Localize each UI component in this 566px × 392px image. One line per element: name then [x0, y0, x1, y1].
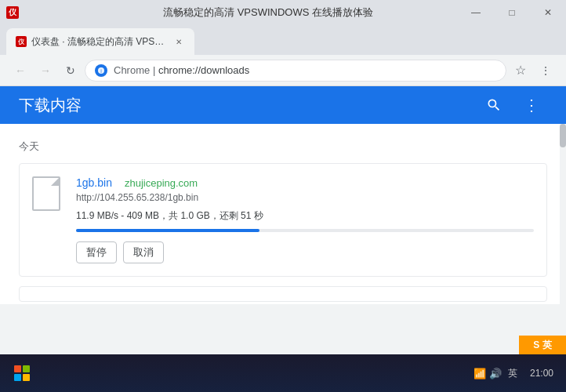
tab-bar: 仪 仪表盘 · 流畅稳定的高清 VPSWINDOW... ✕ — [0, 25, 566, 55]
refresh-button[interactable]: ↻ — [60, 60, 82, 82]
progress-bar-container — [76, 229, 534, 232]
more-options-button[interactable]: ⋮ — [516, 89, 547, 121]
progress-bar-fill — [76, 229, 259, 232]
download-source: zhujiceping.com — [125, 177, 198, 189]
taskbar-time: 21:00 — [524, 365, 560, 382]
title-bar: 仪 流畅稳定的高清 VPSWINDOWS 在线播放体验 — □ ✕ — [0, 0, 566, 25]
cancel-button[interactable]: 取消 — [123, 241, 164, 263]
back-button[interactable]: ← — [9, 60, 31, 82]
search-button[interactable] — [478, 89, 510, 121]
download-actions: 暂停 取消 — [76, 241, 534, 263]
language-indicator[interactable]: 英 — [505, 365, 521, 382]
nav-bar: ← → ↻ i Chrome | chrome://downloads ☆ ⋮ — [0, 55, 566, 86]
minimize-button[interactable]: — — [458, 0, 494, 25]
network-icon[interactable]: 📶 — [473, 368, 486, 379]
browser-favicon: 仪 — [6, 6, 19, 19]
scrollbar[interactable] — [560, 124, 566, 304]
scroll-thumb[interactable] — [560, 124, 566, 147]
header-actions: ⋮ — [478, 89, 547, 121]
search-icon — [486, 97, 502, 113]
start-button[interactable] — [6, 358, 38, 389]
taskbar: 📶 🔊 英 21:00 — [0, 354, 566, 392]
tab-favicon: 仪 — [16, 36, 27, 47]
section-label: 今天 — [19, 140, 547, 154]
forward-button[interactable]: → — [34, 60, 56, 82]
taskbar-tray: 📶 🔊 英 21:00 — [473, 354, 560, 392]
chrome-menu-button[interactable]: ⋮ — [535, 60, 557, 82]
windows-logo — [14, 365, 30, 381]
main-content: 今天 1gb.bin zhujiceping.com http://104.25… — [0, 124, 566, 304]
tab-close-button[interactable]: ✕ — [172, 35, 185, 48]
active-tab[interactable]: 仪 仪表盘 · 流畅稳定的高清 VPSWINDOW... ✕ — [6, 28, 194, 55]
file-icon — [32, 176, 63, 214]
page-title: 下载内容 — [19, 95, 82, 116]
secure-icon: i — [95, 64, 107, 77]
address-url: chrome://downloads — [158, 64, 249, 76]
sound-icon[interactable]: 🔊 — [489, 368, 502, 379]
address-bar[interactable]: i Chrome | chrome://downloads — [85, 60, 506, 82]
pause-button[interactable]: 暂停 — [76, 241, 117, 263]
download-status: 11.9 MB/s - 409 MB，共 1.0 GB，还剩 51 秒 — [76, 209, 534, 223]
download-filename[interactable]: 1gb.bin — [76, 176, 112, 189]
maximize-button[interactable]: □ — [494, 0, 530, 25]
window-title: 流畅稳定的高清 VPSWINDOWS 在线播放体验 — [24, 5, 513, 20]
more-icon: ⋮ — [524, 96, 539, 114]
sogou-label: S 英 — [533, 339, 551, 352]
download-url: http://104.255.65.238/1gb.bin — [76, 192, 534, 203]
download-name-row: 1gb.bin zhujiceping.com — [76, 176, 534, 189]
sogou-bar[interactable]: S 英 — [519, 336, 566, 354]
download-item: 1gb.bin zhujiceping.com http://104.255.6… — [19, 163, 547, 277]
address-text: Chrome | chrome://downloads — [114, 64, 496, 76]
file-icon-body — [32, 176, 60, 211]
download-details: 1gb.bin zhujiceping.com http://104.255.6… — [76, 176, 534, 263]
next-download-preview — [19, 286, 547, 302]
close-button[interactable]: ✕ — [530, 0, 566, 25]
bookmark-button[interactable]: ☆ — [510, 60, 532, 82]
file-icon-corner — [51, 178, 59, 186]
tab-title: 仪表盘 · 流畅稳定的高清 VPSWINDOW... — [31, 35, 169, 49]
window-controls: — □ ✕ — [458, 0, 566, 25]
page-header: 下载内容 ⋮ — [0, 86, 566, 124]
clock-time: 21:00 — [530, 367, 553, 380]
